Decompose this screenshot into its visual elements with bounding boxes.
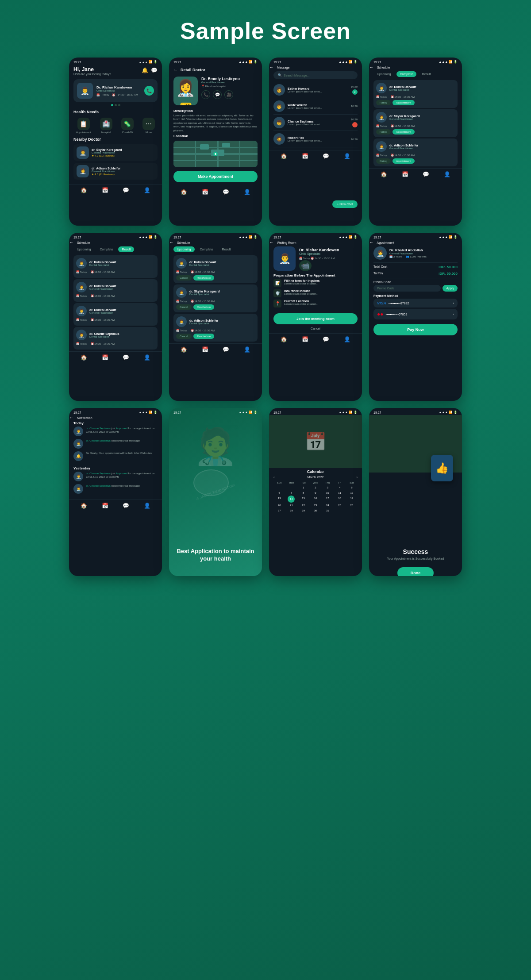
promo-input[interactable]: Promo Code — [373, 285, 441, 292]
back-arrow-detail[interactable]: ← — [173, 67, 178, 72]
call-button[interactable]: 📞 — [144, 86, 154, 96]
nav-profile-wait[interactable]: 👤 — [344, 336, 350, 342]
cal-prev-btn[interactable]: ‹ — [273, 476, 274, 479]
nav-chat[interactable]: 💬 — [123, 187, 129, 193]
message-icon[interactable]: 💬 — [151, 67, 158, 73]
nav-home-notif[interactable]: 🏠 — [81, 503, 87, 509]
make-appointment-button[interactable]: Make Appointment — [173, 171, 258, 182]
new-chat-button[interactable]: + New Chat — [332, 200, 358, 208]
nav-home-detail[interactable]: 🏠 — [181, 189, 187, 195]
tab-result-su[interactable]: Result — [218, 246, 234, 252]
health-item-hospital[interactable]: 🏥 Hospital — [100, 118, 112, 134]
nav-home-sched[interactable]: 🏠 — [381, 171, 387, 177]
nav-cal-sched[interactable]: 📅 — [402, 171, 408, 177]
message-item-3[interactable]: 👦 Chance Septimus Lorem ipsum dolor sit … — [273, 115, 358, 131]
nav-home-wait[interactable]: 🏠 — [281, 336, 287, 342]
nav-cal-msg[interactable]: 📅 — [302, 153, 308, 159]
video-action-btn[interactable]: 🎥 — [224, 90, 233, 99]
nav-home-su[interactable]: 🏠 — [181, 346, 187, 353]
nav-home-sr[interactable]: 🏠 — [81, 354, 87, 361]
success-content: Success Your Appointment is Successfully… — [369, 473, 462, 576]
bell-icon[interactable]: 🔔 — [142, 67, 148, 73]
nav-calendar[interactable]: 📅 — [102, 187, 108, 193]
pay-now-button[interactable]: Pay Now — [373, 324, 458, 335]
join-meeting-button[interactable]: Join the meeting room — [273, 313, 358, 324]
nav-profile[interactable]: 👤 — [144, 187, 150, 193]
reschedule-btn-su-1[interactable]: Reschedule — [193, 275, 215, 281]
notif-avatar-y1: 👨‍⚕️ — [73, 472, 83, 481]
tab-upcoming-sr[interactable]: Upcoming — [73, 246, 95, 252]
nav-cal-sr[interactable]: 📅 — [102, 354, 108, 361]
nav-cal-wait[interactable]: 📅 — [302, 336, 308, 342]
cancel-btn-su-1[interactable]: Cancel — [176, 275, 192, 281]
nav-chat-msg[interactable]: 💬 — [323, 153, 329, 159]
waiting-doctor-info: Dr. Richar Kandowen Child Specialist 📅 T… — [299, 248, 339, 270]
appointment-btn-2[interactable]: Appointment — [392, 129, 415, 135]
back-arrow-wait[interactable]: ← — [269, 240, 273, 245]
appointment-btn-3[interactable]: Appointment — [392, 158, 415, 164]
success-done-button[interactable]: Done — [397, 567, 434, 576]
status-bar-wait: 19:27 ▲▲▲ 📶 🔋 — [269, 233, 362, 240]
reschedule-btn-su-2[interactable]: Reschedule — [193, 304, 215, 310]
status-time-appt: 19:27 — [373, 236, 381, 239]
message-item-1[interactable]: 👩 Esther Howard Lorem ipsum dolor sit am… — [273, 82, 358, 98]
nav-cal-su[interactable]: 📅 — [202, 346, 208, 353]
back-arrow-notif[interactable]: ← — [69, 415, 73, 420]
nav-profile-sched[interactable]: 👤 — [444, 171, 450, 177]
health-item-more[interactable]: ⋯ More — [142, 118, 155, 134]
nav-chat-wait[interactable]: 💬 — [323, 336, 329, 342]
message-search-bar[interactable]: 🔍 Search Message... — [273, 71, 358, 79]
nav-profile-sr[interactable]: 👤 — [144, 354, 150, 361]
nav-cal-detail[interactable]: 📅 — [202, 189, 208, 195]
nearby-doctor-1[interactable]: 👨‍⚕️ dr. Skylar Korsgaard General Practi… — [73, 144, 158, 161]
tab-complete[interactable]: Complete — [396, 71, 417, 77]
phone-action-btn[interactable]: 📞 — [201, 90, 210, 99]
tab-upcoming-su[interactable]: Upcoming — [173, 246, 195, 252]
back-arrow-sr[interactable]: ← — [69, 240, 73, 245]
message-item-2[interactable]: 👨 Wade Warren Lorem ipsum dolor sit amet… — [273, 98, 358, 115]
back-arrow-sched[interactable]: ← — [369, 65, 373, 69]
health-item-covid[interactable]: 🦠 Covid-19 — [121, 118, 134, 134]
cancel-btn-su-2[interactable]: Cancel — [176, 304, 192, 310]
visa-card[interactable]: VISA •••••••••••87882 › — [373, 299, 458, 307]
promo-input-row: Promo Code Apply — [373, 285, 458, 292]
nav-profile-su[interactable]: 👤 — [244, 346, 250, 353]
nav-cal-notif[interactable]: 📅 — [102, 503, 108, 509]
rating-btn-1[interactable]: Rating — [376, 100, 391, 105]
message-item-4[interactable]: 🧔 Robert Fox Lorem ipsum dolor sit amet.… — [273, 131, 358, 147]
nav-home[interactable]: 🏠 — [81, 187, 87, 193]
nav-chat-notif[interactable]: 💬 — [123, 503, 129, 509]
back-arrow-su[interactable]: ← — [169, 240, 173, 245]
chat-action-btn[interactable]: 💬 — [213, 90, 222, 99]
reschedule-btn-su-3[interactable]: Reschedule — [193, 334, 215, 339]
rating-btn-2[interactable]: Rating — [376, 129, 391, 135]
nav-chat-su[interactable]: 💬 — [223, 346, 229, 353]
cancel-btn-su-3[interactable]: Cancel — [176, 334, 192, 339]
nav-profile-notif[interactable]: 👤 — [144, 503, 150, 509]
health-item-appointment[interactable]: 📋 Appointment — [76, 118, 91, 134]
tab-complete-sr[interactable]: Complete — [96, 246, 117, 252]
cal-days-header: Sun Mon Tue Wed Thu Fri Sat — [273, 480, 358, 485]
tab-upcoming[interactable]: Upcoming — [373, 71, 395, 77]
tab-complete-su[interactable]: Complete — [196, 246, 217, 252]
nav-chat-detail[interactable]: 💬 — [223, 189, 229, 195]
nav-profile-detail[interactable]: 👤 — [244, 189, 250, 195]
appointment-btn-1[interactable]: Appointment — [392, 100, 415, 105]
nav-chat-sched[interactable]: 💬 — [423, 171, 429, 177]
rating-btn-3[interactable]: Rating — [376, 158, 391, 164]
back-arrow-appt[interactable]: ← — [369, 240, 373, 245]
nav-chat-sr[interactable]: 💬 — [123, 354, 129, 361]
back-arrow-msg[interactable]: ← — [269, 65, 273, 69]
nav-profile-msg[interactable]: 👤 — [344, 153, 350, 159]
cal-selected-day[interactable]: 14 — [288, 496, 295, 503]
tab-result-sr[interactable]: Result — [118, 246, 134, 252]
cancel-link[interactable]: Cancel — [269, 326, 362, 331]
nav-home-msg[interactable]: 🏠 — [281, 153, 287, 159]
cal-next-btn[interactable]: › — [357, 476, 358, 479]
apply-button[interactable]: Apply — [442, 285, 458, 292]
status-time-splash: 19:27 — [173, 411, 181, 414]
video-call-icon-wait[interactable]: 📹 — [299, 261, 339, 270]
tab-result[interactable]: Result — [418, 71, 434, 77]
nearby-doctor-2[interactable]: 👩‍⚕️ dr. Adison Schleifer General Practi… — [73, 163, 158, 180]
mc-card[interactable]: ●● ••••••••••••67852 › — [373, 309, 458, 319]
